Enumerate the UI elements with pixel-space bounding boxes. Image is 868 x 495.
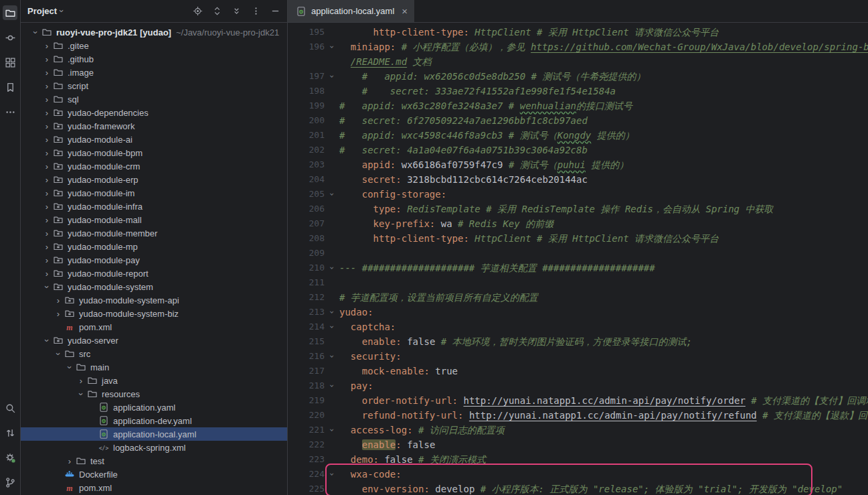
chevron-collapsed-icon[interactable]: › (41, 215, 52, 225)
modules-icon[interactable] (3, 55, 17, 70)
chevron-expanded-icon[interactable]: › (31, 27, 41, 38)
expand-selector-icon[interactable] (210, 5, 224, 18)
chevron-expanded-icon[interactable]: › (42, 335, 52, 346)
tree-item-resources[interactable]: ›resources (21, 387, 287, 401)
code-line-208[interactable]: 208 http-client-type: HttpClient # 采用 Ht… (288, 231, 868, 246)
search-icon[interactable] (3, 401, 17, 415)
chevron-down-icon[interactable]: › (57, 9, 67, 12)
tree-item--github[interactable]: ›.github (21, 52, 287, 66)
code-line-209[interactable]: 209 (288, 246, 868, 261)
chevron-collapsed-icon[interactable]: › (41, 269, 52, 279)
chevron-collapsed-icon[interactable]: › (41, 242, 52, 252)
locate-icon[interactable] (191, 5, 204, 18)
tree-item-dockerfile[interactable]: Dockerfile (21, 468, 287, 481)
code-line-204[interactable]: 204 secret: 3218bcbd112cbc614c7264ceb201… (288, 172, 868, 187)
tree-item-yudao-module-bpm[interactable]: ›yudao-module-bpm (21, 146, 287, 159)
code-line-207[interactable]: 207 key-prefix: wa # Redis Key 的前缀 (288, 216, 868, 231)
tree-item-script[interactable]: ›script (21, 79, 287, 92)
tree-item-yudao-module-ai[interactable]: ›yudao-module-ai (21, 133, 287, 146)
code-line-wrap[interactable]: /README.md 文档 (288, 54, 868, 69)
tree-item-yudao-module-member[interactable]: ›yudao-module-member (21, 226, 287, 240)
fold-chevron-icon[interactable]: › (325, 320, 339, 334)
code-line-205[interactable]: 205› config-storage: (288, 187, 868, 202)
tree-item-pom-xml[interactable]: mpom.xml (21, 320, 287, 334)
code-line-195[interactable]: 195 http-client-type: HttpClient # 采用 Ht… (288, 25, 868, 40)
code-line-223[interactable]: 223 demo: false # 关闭演示模式 (288, 452, 868, 467)
fold-chevron-icon[interactable]: › (325, 69, 339, 84)
services-icon[interactable] (3, 450, 17, 465)
chevron-expanded-icon[interactable]: › (42, 281, 52, 292)
tree-item--image[interactable]: ›.image (21, 66, 287, 79)
code-line-217[interactable]: 217 mock-enable: true (288, 364, 868, 378)
chevron-collapsed-icon[interactable]: › (41, 255, 52, 265)
tree-item-yudao-module-pay[interactable]: ›yudao-module-pay (21, 253, 287, 267)
chevron-collapsed-icon[interactable]: › (41, 228, 52, 238)
editor[interactable]: 195 http-client-type: HttpClient # 采用 Ht… (288, 23, 868, 495)
code-line-214[interactable]: 214› captcha: (288, 320, 868, 334)
code-line-212[interactable]: 212# 芋道配置项，设置当前项目所有自定义的配置 (288, 290, 868, 305)
code-line-221[interactable]: 221› access-log: # 访问日志的配置项 (288, 423, 868, 437)
tree-item-java[interactable]: ›java (21, 374, 287, 387)
fold-chevron-icon[interactable]: › (325, 378, 339, 393)
code-line-206[interactable]: 206 type: RedisTemplate # 采用 RedisTempla… (288, 202, 868, 216)
chevron-collapsed-icon[interactable]: › (41, 161, 52, 171)
chevron-collapsed-icon[interactable]: › (41, 121, 52, 131)
updown-arrows-icon[interactable] (3, 425, 17, 440)
chevron-expanded-icon[interactable]: › (65, 362, 75, 372)
more-tools-icon[interactable] (3, 104, 17, 119)
code-line-196[interactable]: 196› miniapp: # 小程序配置（必填），参见 https://git… (288, 40, 868, 54)
code-line-201[interactable]: 201# appid: wxc4598c446f8a9cb3 # 测试号（Kon… (288, 128, 868, 143)
code-line-199[interactable]: 199# appid: wx63c280fe3248a3e7 # wenhual… (288, 98, 868, 113)
tree-item--gitee[interactable]: ›.gitee (21, 39, 287, 52)
code-line-219[interactable]: 219 order-notify-url: http://yunai.natap… (288, 393, 868, 408)
hide-panel-icon[interactable] (268, 5, 282, 18)
chevron-collapsed-icon[interactable]: › (41, 108, 52, 118)
fold-chevron-icon[interactable]: › (325, 305, 339, 320)
chevron-collapsed-icon[interactable]: › (41, 202, 52, 212)
code-line-213[interactable]: 213›yudao: (288, 305, 868, 320)
close-icon[interactable]: × (402, 5, 408, 17)
code-line-197[interactable]: 197› # appid: wx62056c0d5e8db250 # 测试号（牛… (288, 69, 868, 84)
tree-item-application-dev-yaml[interactable]: application-dev.yaml (21, 414, 287, 427)
tree-item-yudao-module-erp[interactable]: ›yudao-module-erp (21, 173, 287, 186)
code-line-210[interactable]: 210›--- #################### 芋道相关配置 ####… (288, 261, 868, 275)
tab-application-local-yaml[interactable]: application-local.yaml × (288, 0, 414, 22)
code-line-198[interactable]: 198 # secret: 333ae72f41552af1e998fe1f54… (288, 84, 868, 98)
tree-item-sql[interactable]: ›sql (21, 92, 287, 106)
tree-item-yudao-module-mall[interactable]: ›yudao-module-mall (21, 213, 287, 226)
chevron-collapsed-icon[interactable]: › (41, 81, 52, 91)
chevron-collapsed-icon[interactable]: › (41, 54, 52, 64)
tree-item-yudao-module-im[interactable]: ›yudao-module-im (21, 186, 287, 200)
tree-item-application-local-yaml[interactable]: application-local.yaml (21, 427, 287, 441)
more-options-icon[interactable] (249, 5, 262, 18)
chevron-collapsed-icon[interactable]: › (41, 94, 52, 104)
tree-item-yudao-module-system[interactable]: ›yudao-module-system (21, 280, 287, 293)
tree-item-yudao-module-system-api[interactable]: ›yudao-module-system-api (21, 293, 287, 307)
code-line-200[interactable]: 200# secret: 6f270509224a7ae1296bbf1c8cb… (288, 113, 868, 128)
code-line-218[interactable]: 218› pay: (288, 378, 868, 393)
fold-chevron-icon[interactable]: › (325, 261, 339, 275)
fold-chevron-icon[interactable]: › (325, 187, 339, 202)
code-line-225[interactable]: 225 env-version: develop # 小程序版本: 正式版为 "… (288, 482, 868, 495)
bookmarks-icon[interactable] (3, 80, 17, 94)
code-line-224[interactable]: 224› wxa-code: (288, 467, 868, 482)
chevron-collapsed-icon[interactable]: › (41, 41, 52, 51)
code-line-202[interactable]: 202# secret: 4a1a04e07f6a4a0751b39c3064a… (288, 143, 868, 157)
tree-item-yudao-framework[interactable]: ›yudao-framework (21, 119, 287, 133)
code-line-222[interactable]: 222 enable: false (288, 437, 868, 452)
tree-item-yudao-dependencies[interactable]: ›yudao-dependencies (21, 106, 287, 119)
chevron-collapsed-icon[interactable]: › (76, 376, 86, 386)
tree-item-yudao-module-report[interactable]: ›yudao-module-report (21, 267, 287, 280)
commit-icon[interactable] (3, 30, 17, 45)
tree-item-ruoyi-vue-pro-jdk21-yudao-[interactable]: ›ruoyi-vue-pro-jdk21 [yudao]~/Java/ruoyi… (21, 25, 287, 39)
code-line-203[interactable]: 203 appid: wx66186af0759f47c9 # 测试号（puhu… (288, 157, 868, 172)
chevron-expanded-icon[interactable]: › (76, 388, 86, 399)
chevron-collapsed-icon[interactable]: › (41, 148, 52, 158)
chevron-collapsed-icon[interactable]: › (41, 68, 52, 78)
git-branch-icon[interactable] (3, 475, 17, 490)
fold-chevron-icon[interactable]: › (325, 349, 339, 364)
tree-item-pom-xml[interactable]: mpom.xml (21, 481, 287, 494)
fold-chevron-icon[interactable]: › (325, 423, 339, 437)
tree-item-yudao-server[interactable]: ›yudao-server (21, 334, 287, 347)
code-line-211[interactable]: 211 (288, 275, 868, 290)
